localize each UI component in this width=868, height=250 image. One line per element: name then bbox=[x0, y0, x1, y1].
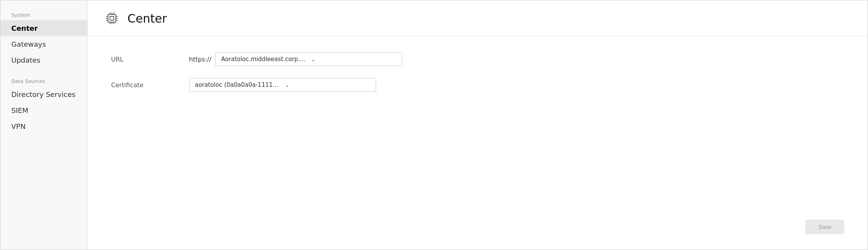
system-section-label: System bbox=[0, 8, 87, 20]
data-sources-section-label: Data Sources bbox=[0, 74, 87, 86]
sidebar-item-vpn[interactable]: VPN bbox=[0, 118, 87, 134]
sidebar-item-siem[interactable]: SIEM bbox=[0, 102, 87, 118]
certificate-dropdown[interactable]: aoratoloc (0a0a0a0a-1111-bbbb-2222-3c3 .… bbox=[189, 78, 376, 92]
certificate-row: Certificate aoratoloc (0a0a0a0a-1111-bbb… bbox=[111, 78, 844, 92]
url-chevron-icon: ⌄ bbox=[311, 56, 396, 62]
center-icon bbox=[103, 10, 120, 27]
form-area: URL https:// Aoratoloc.middleeast.corp.m… bbox=[88, 37, 868, 250]
sidebar-item-directory-services[interactable]: Directory Services bbox=[0, 86, 87, 102]
sidebar: System Center Gateways Updates Data Sour… bbox=[0, 0, 88, 250]
page-header: Center bbox=[88, 0, 868, 37]
svg-rect-0 bbox=[108, 14, 116, 22]
page-title: Center bbox=[127, 12, 167, 25]
certificate-label: Certificate bbox=[111, 81, 189, 89]
url-field: https:// Aoratoloc.middleeast.corp.micro… bbox=[189, 52, 402, 66]
save-button-area: Save bbox=[805, 220, 844, 234]
url-label: URL bbox=[111, 56, 189, 63]
main-content: Center URL https:// Aoratoloc.middleeast… bbox=[88, 0, 868, 250]
url-row: URL https:// Aoratoloc.middleeast.corp.m… bbox=[111, 52, 844, 66]
url-dropdown-value: Aoratoloc.middleeast.corp.microsoft.c... bbox=[221, 56, 306, 63]
sidebar-item-center[interactable]: Center bbox=[0, 20, 87, 36]
sidebar-item-updates[interactable]: Updates bbox=[0, 52, 87, 68]
url-prefix: https:// bbox=[189, 56, 211, 63]
sidebar-item-gateways[interactable]: Gateways bbox=[0, 36, 87, 52]
svg-rect-13 bbox=[110, 16, 114, 20]
app-container: System Center Gateways Updates Data Sour… bbox=[0, 0, 868, 250]
url-dropdown[interactable]: Aoratoloc.middleeast.corp.microsoft.c...… bbox=[215, 52, 402, 66]
save-button[interactable]: Save bbox=[805, 220, 844, 234]
certificate-dropdown-value: aoratoloc (0a0a0a0a-1111-bbbb-2222-3c3 .… bbox=[195, 81, 280, 88]
certificate-chevron-icon: ⌄ bbox=[285, 82, 370, 88]
